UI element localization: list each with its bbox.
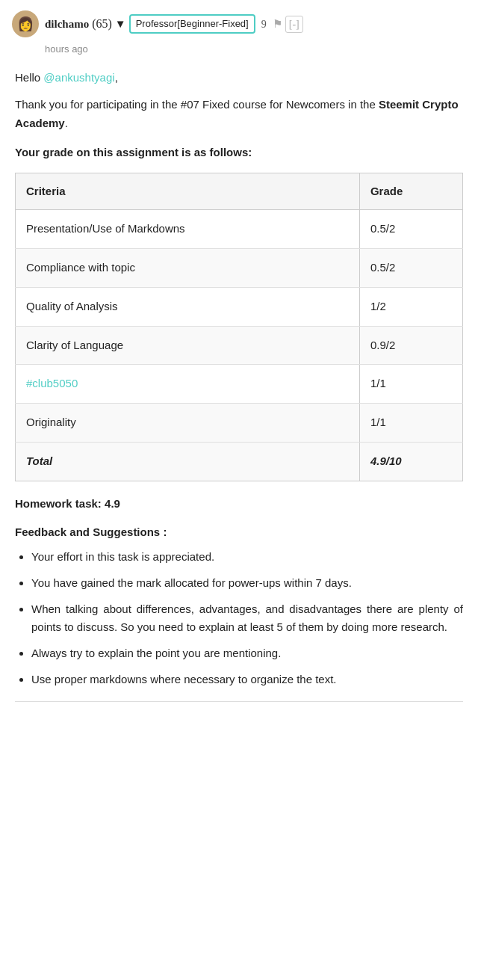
table-header-row: Criteria Grade — [16, 173, 463, 210]
feedback-item: Your effort in this task is appreciated. — [31, 548, 463, 567]
homework-score: Homework task: 4.9 — [15, 495, 463, 514]
grade-cell: 0.9/2 — [359, 326, 462, 365]
collapse-button[interactable]: [-] — [285, 16, 303, 33]
feedback-title: Feedback and Suggestions : — [15, 523, 463, 542]
grade-heading: Your grade on this assignment is as foll… — [15, 144, 463, 162]
feedback-item: When talking about differences, advantag… — [31, 600, 463, 638]
post-content: Hello @ankushtyagi, Thank you for partic… — [0, 60, 478, 724]
table-row: Originality1/1 — [16, 404, 463, 443]
criteria-cell: Quality of Analysis — [16, 287, 360, 326]
grade-cell: 0.5/2 — [359, 210, 462, 249]
vote-count[interactable]: 9 — [261, 16, 267, 32]
grade-cell: 4.9/10 — [359, 442, 462, 481]
intro-text-end: . — [65, 117, 68, 129]
criteria-cell: Total — [16, 442, 360, 481]
dropdown-icon[interactable]: ▼ — [115, 16, 126, 33]
grade-cell: 1/1 — [359, 404, 462, 443]
table-row: #club50501/1 — [16, 365, 463, 404]
username-label[interactable]: dilchamo — [45, 16, 89, 33]
feedback-item: You have gained the mark allocated for p… — [31, 574, 463, 593]
grades-table: Criteria Grade Presentation/Use of Markd… — [15, 173, 463, 481]
table-row: Compliance with topic0.5/2 — [16, 249, 463, 288]
table-row: Clarity of Language0.9/2 — [16, 326, 463, 365]
username-area: dilchamo (65) ▼ Professor[Beginner-Fixed… — [45, 14, 303, 34]
flag-icon[interactable]: ⚑ — [273, 16, 282, 33]
criteria-cell: Clarity of Language — [16, 326, 360, 365]
feedback-item: Use proper markdowns where necessary to … — [31, 671, 463, 689]
grade-cell: 0.5/2 — [359, 249, 462, 288]
divider — [15, 701, 463, 702]
greeting-line: Hello @ankushtyagi, — [15, 69, 463, 87]
intro-text-1: Thank you for participating in the #07 F… — [15, 98, 379, 111]
col-criteria-header: Criteria — [16, 173, 360, 210]
criteria-cell: Presentation/Use of Markdowns — [16, 210, 360, 249]
feedback-list: Your effort in this task is appreciated.… — [15, 548, 463, 689]
post-header: 👩 dilchamo (65) ▼ Professor[Beginner-Fix… — [0, 0, 478, 60]
table-row: Total4.9/10 — [16, 442, 463, 481]
grade-cell: 1/1 — [359, 365, 462, 404]
criteria-cell[interactable]: #club5050 — [16, 365, 360, 404]
feedback-item: Always try to explain the point you are … — [31, 644, 463, 663]
intro-paragraph: Thank you for participating in the #07 F… — [15, 96, 463, 133]
time-ago: hours ago — [12, 42, 466, 57]
table-row: Quality of Analysis1/2 — [16, 287, 463, 326]
club-link[interactable]: #club5050 — [26, 377, 78, 389]
table-row: Presentation/Use of Markdowns0.5/2 — [16, 210, 463, 249]
criteria-cell: Compliance with topic — [16, 249, 360, 288]
col-grade-header: Grade — [359, 173, 462, 210]
grade-cell: 1/2 — [359, 287, 462, 326]
avatar: 👩 — [12, 10, 39, 37]
professor-badge: Professor[Beginner-Fixed] — [129, 14, 255, 34]
greeting-text: Hello — [15, 71, 43, 84]
criteria-cell: Originality — [16, 404, 360, 443]
mention-link[interactable]: @ankushtyagi — [43, 71, 114, 84]
username-suffix: (65) — [92, 15, 112, 33]
greeting-end: , — [115, 71, 118, 84]
